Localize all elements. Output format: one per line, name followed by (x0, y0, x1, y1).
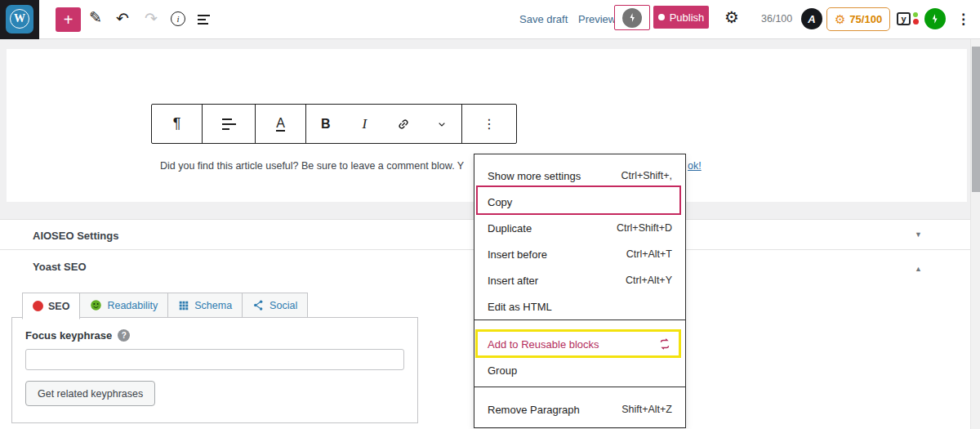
menu-item-copy[interactable]: Copy (474, 189, 685, 215)
list-view-icon[interactable] (198, 15, 210, 27)
text-color-icon[interactable]: A (269, 110, 293, 138)
menu-item-label: Copy (488, 196, 512, 208)
paragraph-text[interactable]: Did you find this article useful? Be sur… (160, 160, 464, 172)
menu-item-label: Group (488, 364, 517, 377)
align-icon[interactable] (216, 110, 241, 138)
help-question-icon[interactable]: ? (118, 329, 130, 342)
paragraph-block-icon[interactable]: ¶ (165, 110, 189, 138)
reusable-block-icon (657, 337, 672, 351)
link-icon[interactable] (391, 110, 416, 138)
preview-button[interactable]: Preview (578, 13, 616, 25)
align-lines (222, 118, 236, 130)
yoast-red-dot (913, 19, 919, 25)
tab-schema-label: Schema (194, 300, 232, 311)
tab-seo-label: SEO (48, 301, 69, 312)
details-info-icon[interactable]: i (171, 11, 185, 26)
menu-item-insert-before[interactable]: Insert before Ctrl+Alt+T (474, 241, 685, 267)
menu-item-remove-paragraph[interactable]: Remove Paragraph Shift+Alt+Z (474, 396, 685, 422)
plus-icon: + (64, 11, 74, 29)
caret-up-icon[interactable]: ▲ (915, 265, 922, 273)
menu-item-insert-after[interactable]: Insert after Ctrl+Alt+Y (474, 267, 685, 293)
menu-item-add-to-reusable-blocks[interactable]: Add to Reusable blocks (474, 331, 685, 357)
add-block-button[interactable]: + (56, 7, 81, 32)
boost-bolt-icon (622, 8, 642, 28)
menu-item-shortcut: Shift+Alt+Z (621, 404, 672, 415)
focus-keyphrase-input[interactable] (25, 349, 404, 370)
menu-item-shortcut: Ctrl+Shift+D (617, 222, 672, 234)
menu-item-label: Duplicate (488, 222, 532, 235)
grid-icon (178, 300, 189, 311)
tab-readability[interactable]: Readability (79, 293, 168, 318)
bold-button[interactable]: B (314, 110, 338, 138)
tab-seo[interactable]: SEO (22, 293, 80, 320)
tab-schema[interactable]: Schema (167, 293, 243, 318)
aioseo-logo-icon[interactable]: A (801, 8, 822, 29)
publish-dot-icon (658, 14, 665, 20)
menu-item-duplicate[interactable]: Duplicate Ctrl+Shift+D (474, 215, 685, 241)
redo-icon[interactable]: ↷ (145, 11, 158, 26)
options-kebab-icon[interactable]: ⋮ (956, 11, 970, 28)
menu-item-group[interactable]: Group (474, 357, 685, 383)
menu-item-label: Add to Reusable blocks (488, 338, 599, 351)
menu-item-edit-as-html[interactable]: Edit as HTML (474, 293, 685, 320)
aioseo-panel-title: AIOSEO Settings (33, 230, 118, 242)
seo-score-badge[interactable]: ⚙ 75/100 (826, 7, 890, 31)
wordpress-logo[interactable]: W (0, 0, 39, 39)
italic-button[interactable]: I (352, 110, 376, 138)
menu-separator (474, 387, 685, 387)
wordpress-w-icon: W (10, 9, 29, 29)
jetpack-logo-icon[interactable] (924, 8, 946, 29)
menu-item-shortcut: Ctrl+Alt+Y (626, 275, 672, 286)
focus-keyphrase-text: Focus keyphrase (25, 329, 112, 342)
seo-status-dot-icon (33, 301, 43, 311)
menu-item-label: Edit as HTML (488, 301, 552, 313)
publish-label: Publish (670, 11, 705, 24)
scrollbar-thumb[interactable] (972, 47, 980, 192)
menu-separator (474, 320, 685, 320)
edit-mode-pencil-icon[interactable]: ✎ (89, 10, 102, 25)
paragraph-link[interactable]: ok! (688, 160, 702, 172)
chevron-down-icon[interactable] (430, 110, 454, 138)
block-toolbar: ¶ A B I ⋮ (151, 104, 517, 144)
focus-keyphrase-label: Focus keyphrase ? (25, 329, 130, 342)
menu-item-label: Show more settings (488, 170, 581, 182)
tab-social-label: Social (270, 300, 297, 311)
yoast-seo-icon[interactable]: y (897, 11, 911, 25)
wordpress-logo-background: W (6, 5, 33, 34)
aioseo-score-text: 36/100 (761, 13, 792, 25)
letter-a-glyph: A (276, 116, 285, 132)
block-options-menu: Show more settings Ctrl+Shift+, Copy Dup… (474, 154, 686, 428)
menu-item-label: Remove Paragraph (488, 404, 580, 416)
publish-button[interactable]: Publish (653, 6, 709, 29)
yoast-y-glyph: y (897, 12, 911, 25)
yoast-seo-tab-content: Focus keyphrase ? Get related keyphrases (11, 317, 418, 423)
block-options-kebab-icon[interactable]: ⋮ (477, 110, 501, 138)
yoast-tabs: SEO Readability Schema Social (23, 293, 308, 320)
get-related-keyphrases-button[interactable]: Get related keyphrases (25, 381, 155, 406)
menu-item-label: Insert after (488, 275, 538, 287)
yoast-panel-title: Yoast SEO (33, 261, 87, 273)
tab-social[interactable]: Social (242, 293, 308, 318)
caret-down-icon[interactable]: ▼ (915, 230, 922, 239)
settings-gear-icon[interactable]: ⚙ (724, 9, 739, 25)
editor-top-bar: W + ✎ ↶ ↷ i Save draft Preview Publish ⚙… (0, 0, 980, 39)
share-icon (252, 299, 265, 311)
menu-item-shortcut: Ctrl+Alt+T (626, 248, 672, 260)
yoast-green-dot (913, 12, 918, 17)
jetpack-boost-button[interactable] (614, 5, 650, 30)
seo-score-value: 75/100 (849, 13, 882, 25)
menu-item-show-more-settings[interactable]: Show more settings Ctrl+Shift+, (474, 163, 685, 189)
save-draft-button[interactable]: Save draft (519, 13, 568, 25)
scrollbar-track (970, 39, 980, 429)
undo-icon[interactable]: ↶ (116, 11, 129, 26)
menu-item-shortcut: Ctrl+Shift+, (621, 170, 672, 181)
menu-item-label: Insert before (488, 248, 547, 261)
badge-gear-icon: ⚙ (835, 13, 845, 25)
smiley-icon (90, 299, 102, 311)
tab-readability-label: Readability (107, 300, 158, 311)
